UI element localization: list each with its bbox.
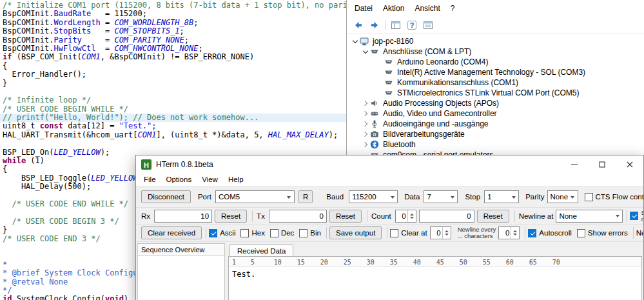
tree-item[interactable]: Bluetooth — [347, 139, 644, 150]
count-reset-button[interactable]: Reset — [477, 210, 509, 223]
newline-at-select[interactable]: None — [556, 210, 623, 223]
rx-reset-button[interactable]: Reset — [215, 210, 247, 223]
tree-item[interactable]: jop-pc-8160 — [347, 36, 644, 46]
port-rescan-button[interactable]: R — [298, 190, 313, 203]
chevron-down-icon — [387, 194, 397, 201]
connection-toolbar: Disconnect Port COM5 R Baud 115200 Data … — [136, 186, 643, 208]
newline-at-label: Newline at — [519, 212, 554, 220]
window-controls — [560, 155, 643, 173]
desktop: /* Initialize COM1 port (115200, 8 bits … — [0, 0, 644, 300]
tree-item[interactable]: Audioeingänge und -ausgänge — [347, 119, 644, 129]
data-bits-value: 7 — [424, 193, 447, 201]
count-spinner[interactable]: 0 — [395, 210, 416, 223]
cts-flow-control-checkbox[interactable]: CTS Flow control — [585, 193, 643, 201]
separator — [385, 20, 385, 30]
hex-checkbox[interactable]: Hex — [240, 229, 264, 237]
code-line: /* Infinite loop */ — [0, 96, 346, 105]
separator — [525, 227, 525, 239]
data-label: Data — [404, 193, 420, 201]
dm-menu-item-3[interactable]: ? — [445, 1, 460, 15]
checkbox-box — [209, 229, 217, 237]
tree-item[interactable]: Kommunikationsanschluss (COM1) — [347, 77, 644, 88]
tree-item[interactable]: Audio, Video und Gamecontroller — [347, 108, 644, 119]
separator — [326, 227, 327, 239]
tree-item[interactable]: STMicroelectronics STLink Virtual COM Po… — [347, 88, 644, 98]
ruler-mark: 30 — [367, 259, 375, 266]
tree-item[interactable]: Bildverarbeitungsgeräte — [347, 129, 644, 139]
disconnect-button[interactable]: Disconnect — [141, 190, 191, 203]
minimize-button[interactable] — [560, 155, 588, 173]
no-expander — [375, 57, 384, 66]
expander-closed-icon[interactable] — [361, 109, 370, 118]
clear-at-spinner[interactable]: 0 — [430, 226, 451, 239]
tree-item[interactable]: Anschlüsse (COM & LPT) — [347, 46, 644, 57]
expander-open-icon[interactable] — [351, 37, 360, 46]
spinner-arrows-icon[interactable] — [442, 227, 451, 239]
dm-menu-item-0[interactable]: Datei — [349, 1, 378, 15]
dm-menu-item-1[interactable]: Aktion — [378, 1, 409, 15]
checkbox-box — [240, 229, 249, 237]
show-newline-characters-checkbox[interactable]: Showchara — [630, 210, 643, 223]
hterm-menu-item-2[interactable]: View — [197, 174, 223, 185]
hterm-menu-item-1[interactable]: Options — [161, 174, 197, 185]
dm-menu-item-2[interactable]: Ansicht — [409, 1, 445, 15]
dec-checkbox[interactable]: Dec — [270, 229, 294, 237]
newline-every-spinner[interactable]: 0 — [498, 226, 520, 239]
stop-label: Stop — [465, 193, 480, 201]
clear-at-checkbox[interactable]: Clear at — [390, 229, 427, 237]
expander-closed-icon[interactable] — [361, 119, 370, 128]
code-line: BspCOMInit.HwFlowCtl = COM_HWCONTROL_NON… — [0, 45, 346, 53]
hterm-menu-item-0[interactable]: File — [139, 174, 161, 185]
no-expander — [375, 78, 384, 87]
sequence-list[interactable] — [137, 255, 225, 300]
tree-item[interactable]: Intel(R) Active Management Technology - … — [347, 67, 644, 77]
parity-select[interactable]: None — [547, 190, 578, 203]
display-toolbar: Clear received Ascii Hex Dec Bin Save ou… — [136, 225, 643, 242]
properties-icon[interactable] — [422, 19, 434, 31]
spinner-arrows-icon[interactable] — [407, 210, 416, 222]
back-icon[interactable] — [353, 19, 364, 31]
maximize-button[interactable] — [588, 155, 616, 173]
spinner-arrows-icon[interactable] — [511, 227, 519, 239]
show-errors-checkbox[interactable]: Show errors — [577, 229, 628, 237]
hterm-menu-item-3[interactable]: Help — [223, 174, 249, 185]
port-icon — [384, 57, 395, 66]
received-data-area: Received Data 15101520253035404550556065… — [228, 243, 642, 300]
count-field: 0 — [419, 210, 474, 223]
tree-item-label: Arduino Leonardo (COM4) — [397, 57, 488, 66]
ascii-checkbox[interactable]: Ascii — [209, 229, 235, 237]
hterm-titlebar[interactable]: H HTerm 0.8.1beta — [136, 155, 643, 173]
port-icon — [384, 88, 395, 97]
tree-item[interactable]: Arduino Leonardo (COM4) — [347, 57, 644, 67]
console-window-icon[interactable] — [390, 19, 402, 31]
help-icon[interactable]: ? — [406, 19, 418, 31]
checkbox-box — [299, 229, 307, 237]
forward-icon[interactable] — [369, 19, 380, 31]
tree-item[interactable]: Audio Processing Objects (APOs) — [347, 98, 644, 108]
autoscroll-checkbox[interactable]: Autoscroll — [528, 229, 572, 237]
bin-checkbox[interactable]: Bin — [299, 229, 321, 237]
show-newline-characters-label: Showchara — [641, 210, 643, 223]
received-data-box[interactable]: 1510152025303540455055606570 Test. — [228, 256, 642, 300]
checkbox-box — [528, 229, 536, 237]
gamepad-icon — [370, 109, 380, 118]
port-select[interactable]: COM5 — [215, 190, 295, 203]
tree-item-label: Bildverarbeitungsgeräte — [383, 130, 465, 139]
baud-select[interactable]: 115200 — [349, 190, 398, 203]
expander-closed-icon[interactable] — [361, 99, 370, 108]
stop-bits-value: 1 — [485, 193, 509, 201]
tx-reset-button[interactable]: Reset — [329, 210, 362, 223]
expander-closed-icon[interactable] — [361, 130, 370, 139]
clear-received-button[interactable]: Clear received — [141, 226, 202, 239]
ports-icon — [370, 47, 380, 56]
expander-open-icon[interactable] — [361, 47, 370, 56]
ruler-mark: 60 — [506, 259, 514, 266]
newline-every-label: Newline every... characters — [458, 226, 496, 239]
data-bits-select[interactable]: 7 — [424, 190, 458, 203]
stop-bits-select[interactable]: 1 — [484, 190, 519, 203]
close-button[interactable] — [616, 155, 643, 173]
save-output-button[interactable]: Save output — [329, 226, 382, 239]
expander-closed-icon[interactable] — [361, 140, 370, 149]
tab-received-data[interactable]: Received Data — [229, 245, 293, 256]
checkbox-box — [270, 229, 278, 237]
